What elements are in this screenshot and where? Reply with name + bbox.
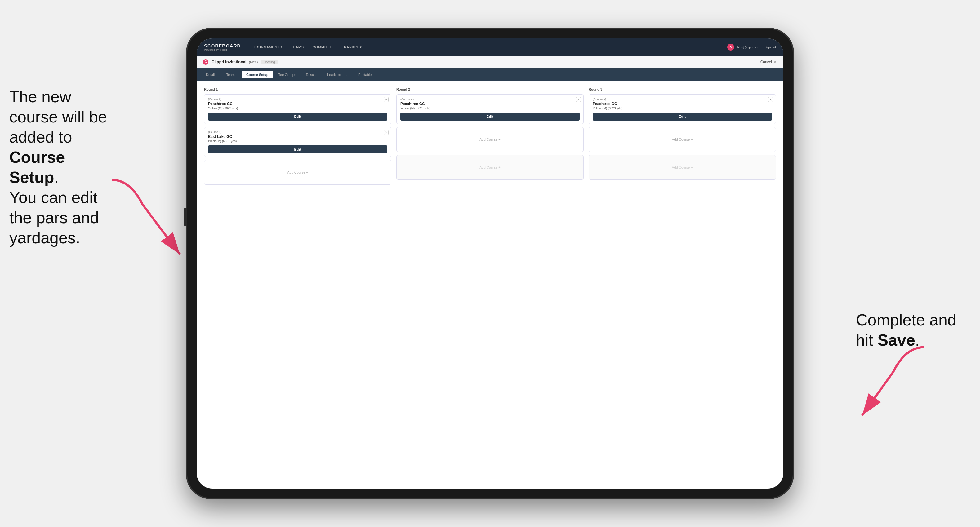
tab-details[interactable]: Details: [202, 71, 221, 78]
tab-leaderboards[interactable]: Leaderboards: [323, 71, 353, 78]
round-1-course-a-details: Yellow (M) (6629 yds): [208, 106, 387, 110]
round-1-course-a-card: ✕ (Course A) Peachtree GC Yellow (M) (66…: [204, 94, 391, 124]
hosting-badge: Hosting: [261, 60, 277, 64]
tab-teams[interactable]: Teams: [222, 71, 241, 78]
main-content: Round 1 ✕ (Course A) Peachtree GC Yellow…: [197, 81, 783, 476]
brand-title: SCOREBOARD: [204, 43, 241, 48]
round-3-add-course-extra-label: Add Course +: [672, 165, 693, 169]
cancel-button[interactable]: Cancel ✕: [760, 60, 777, 65]
round-3-add-course-label: Add Course +: [672, 138, 693, 141]
round-1-column: Round 1 ✕ (Course A) Peachtree GC Yellow…: [204, 87, 391, 188]
annotation-left: The new course will be added to Course S…: [9, 87, 115, 248]
tablet-screen: SCOREBOARD Powered by clippd TOURNAMENTS…: [197, 38, 783, 489]
round-2-add-course-extra-label: Add Course +: [479, 165, 501, 169]
round-2-course-a-delete-button[interactable]: ✕: [576, 97, 581, 102]
round-1-course-b-badge: (Course B): [208, 130, 387, 133]
tab-results[interactable]: Results: [301, 71, 321, 78]
close-icon: ✕: [773, 60, 777, 65]
tab-printables[interactable]: Printables: [354, 71, 378, 78]
brand-subtitle: Powered by clippd: [204, 48, 241, 51]
round-1-course-b-edit-button[interactable]: Edit: [208, 145, 387, 154]
tournament-badge: (Men): [249, 60, 258, 64]
round-1-add-course-button[interactable]: Add Course +: [204, 160, 391, 185]
tab-bar: Details Teams Course Setup Tee Groups Re…: [197, 68, 783, 81]
nav-committee[interactable]: COMMITTEE: [313, 45, 335, 49]
tablet-side-button: [184, 208, 187, 226]
round-2-course-a-edit-button[interactable]: Edit: [400, 113, 580, 121]
round-3-add-course-extra-button: Add Course +: [589, 155, 776, 180]
round-3-course-a-edit-button[interactable]: Edit: [593, 113, 772, 121]
logo-icon: C: [203, 59, 208, 65]
round-1-add-course-label: Add Course +: [287, 170, 308, 174]
round-1-course-a-name: Peachtree GC: [208, 102, 387, 106]
arrow-right-icon: [843, 341, 931, 428]
round-2-course-a-name: Peachtree GC: [400, 102, 580, 106]
round-3-column: Round 3 ✕ (Course A) Peachtree GC Yellow…: [589, 87, 776, 188]
round-2-add-course-label: Add Course +: [479, 138, 501, 141]
round-1-course-a-badge: (Course A): [208, 98, 387, 101]
round-1-course-b-details: Black (M) (6891 yds): [208, 140, 387, 143]
round-2-course-a-details: Yellow (M) (6629 yds): [400, 106, 580, 110]
round-2-add-course-extra-button: Add Course +: [396, 155, 584, 180]
round-1-label: Round 1: [204, 87, 391, 91]
nav-right: B blair@clippd.io | Sign out: [727, 44, 776, 51]
annotation-right: Complete and hit Save.: [856, 310, 961, 350]
round-2-course-a-badge: (Course A): [400, 98, 580, 101]
round-3-course-a-details: Yellow (M) (6629 yds): [593, 106, 772, 110]
nav-links: TOURNAMENTS TEAMS COMMITTEE RANKINGS: [253, 45, 727, 49]
tournament-title: Clippd Invitational: [212, 60, 247, 64]
nav-email: blair@clippd.io: [737, 46, 758, 49]
round-1-course-a-edit-button[interactable]: Edit: [208, 113, 387, 121]
round-1-course-b-card: ✕ (Course B) East Lake GC Black (M) (689…: [204, 127, 391, 157]
rounds-container: Round 1 ✕ (Course A) Peachtree GC Yellow…: [204, 87, 776, 188]
round-3-course-a-badge: (Course A): [593, 98, 772, 101]
nav-teams[interactable]: TEAMS: [291, 45, 304, 49]
sign-out-link[interactable]: Sign out: [764, 46, 776, 49]
round-3-course-a-card: ✕ (Course A) Peachtree GC Yellow (M) (66…: [589, 94, 776, 124]
round-2-add-course-button[interactable]: Add Course +: [396, 127, 584, 152]
round-1-course-b-delete-button[interactable]: ✕: [383, 130, 388, 135]
tab-course-setup[interactable]: Course Setup: [242, 71, 273, 78]
round-2-label: Round 2: [396, 87, 584, 91]
round-3-course-a-delete-button[interactable]: ✕: [768, 97, 773, 102]
brand: SCOREBOARD Powered by clippd: [204, 43, 241, 51]
round-1-course-a-delete-button[interactable]: ✕: [383, 97, 388, 102]
round-2-column: Round 2 ✕ (Course A) Peachtree GC Yellow…: [396, 87, 584, 188]
top-nav: SCOREBOARD Powered by clippd TOURNAMENTS…: [197, 38, 783, 56]
nav-rankings[interactable]: RANKINGS: [344, 45, 364, 49]
round-1-course-b-name: East Lake GC: [208, 135, 387, 139]
round-2-course-a-card: ✕ (Course A) Peachtree GC Yellow (M) (66…: [396, 94, 584, 124]
sub-header: C Clippd Invitational (Men) Hosting Canc…: [197, 56, 783, 68]
avatar: B: [727, 44, 734, 51]
nav-tournaments[interactable]: TOURNAMENTS: [253, 45, 282, 49]
tab-tee-groups[interactable]: Tee Groups: [274, 71, 301, 78]
round-3-label: Round 3: [589, 87, 776, 91]
tablet-frame: SCOREBOARD Powered by clippd TOURNAMENTS…: [186, 28, 794, 499]
round-3-add-course-button[interactable]: Add Course +: [589, 127, 776, 152]
round-3-course-a-name: Peachtree GC: [593, 102, 772, 106]
